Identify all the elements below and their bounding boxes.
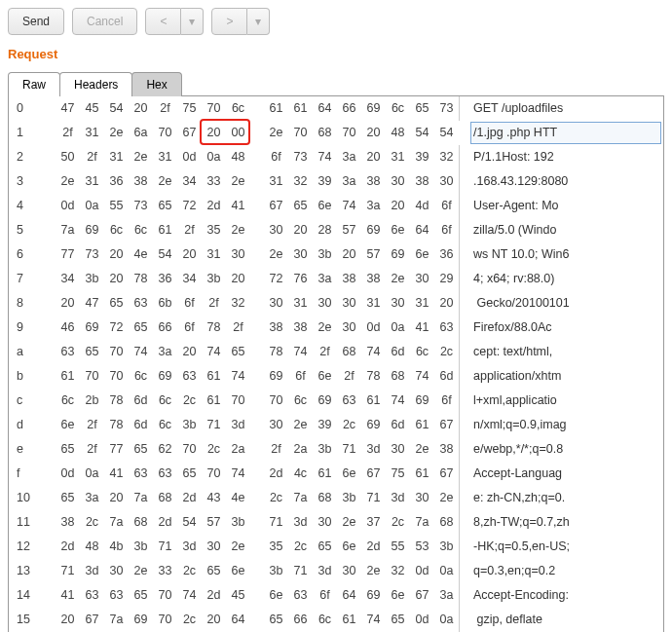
hex-byte[interactable]: 39 xyxy=(410,145,434,169)
hex-byte[interactable]: 36 xyxy=(104,169,129,194)
hex-byte[interactable]: 78 xyxy=(202,316,226,340)
hex-byte[interactable]: 70 xyxy=(288,121,313,145)
hex-byte[interactable]: 68 xyxy=(434,510,459,535)
hex-byte[interactable]: 72 xyxy=(177,194,202,218)
hex-byte[interactable]: 63 xyxy=(177,364,202,389)
hex-byte[interactable]: 30 xyxy=(410,267,434,291)
hex-byte[interactable]: 61 xyxy=(410,413,434,437)
hex-row[interactable]: 122d484b3b713d302e352c656e2d55533b-HK;q=… xyxy=(9,535,663,559)
hex-byte[interactable]: 30 xyxy=(264,291,288,316)
hex-byte[interactable]: 2f xyxy=(202,291,226,316)
hex-byte[interactable]: 38 xyxy=(288,316,313,340)
hex-row[interactable]: 11382c7a682d54573b713d302e372c7a688,zh-T… xyxy=(9,510,663,535)
hex-byte[interactable]: 38 xyxy=(434,437,459,462)
hex-row[interactable]: 946697265666f782f38382e300d0a4163Firefox… xyxy=(9,316,663,340)
hex-byte[interactable]: 78 xyxy=(264,340,288,364)
hex-byte[interactable]: 61 xyxy=(410,462,434,486)
hex-byte[interactable]: 6d xyxy=(129,413,153,437)
hex-byte[interactable]: 2d xyxy=(153,510,177,535)
hex-byte[interactable]: 35 xyxy=(264,535,288,559)
hex-byte[interactable]: 3a xyxy=(337,169,361,194)
ascii-cell[interactable]: Firefox/88.0Ac xyxy=(459,316,663,340)
hex-byte[interactable]: 30 xyxy=(226,242,250,267)
hex-byte[interactable]: 2e xyxy=(288,413,313,437)
hex-byte[interactable]: 67 xyxy=(177,121,202,145)
hex-byte[interactable]: 7a xyxy=(104,608,129,632)
hex-byte[interactable]: 20 xyxy=(202,121,226,145)
hex-byte[interactable]: 33 xyxy=(202,169,226,194)
forward-dropdown[interactable]: ▾ xyxy=(247,8,270,35)
hex-row[interactable]: 13713d302e332c656e3b713d302e320d0aq=0.3,… xyxy=(9,559,663,583)
hex-byte[interactable]: 2e xyxy=(313,316,337,340)
hex-byte[interactable]: 2e xyxy=(104,121,129,145)
hex-byte[interactable]: 63 xyxy=(129,462,153,486)
hex-row[interactable]: 40d0a557365722d4167656e743a204d6fUser-Ag… xyxy=(9,194,663,218)
hex-byte[interactable]: 38 xyxy=(361,267,386,291)
hex-byte[interactable]: 20 xyxy=(337,242,361,267)
hex-byte[interactable]: 20 xyxy=(104,267,129,291)
hex-byte[interactable]: 20 xyxy=(56,291,80,316)
hex-byte[interactable]: 71 xyxy=(56,559,80,583)
hex-byte[interactable]: 6e xyxy=(386,583,410,608)
hex-byte[interactable]: 6e xyxy=(313,364,337,389)
ascii-cell[interactable]: application/xhtm xyxy=(459,364,663,389)
hex-byte[interactable]: 6c xyxy=(386,96,410,121)
hex-byte[interactable]: 3b xyxy=(313,437,337,462)
hex-byte[interactable]: 31 xyxy=(202,242,226,267)
hex-byte[interactable]: 74 xyxy=(177,583,202,608)
hex-byte[interactable]: 20 xyxy=(361,121,386,145)
hex-byte[interactable]: 7a xyxy=(104,510,129,535)
hex-row[interactable]: f0d0a4163636570742d4c616e67756167Accept-… xyxy=(9,462,663,486)
hex-byte[interactable]: 2f xyxy=(80,413,104,437)
hex-byte[interactable]: 31 xyxy=(386,145,410,169)
hex-byte[interactable]: 55 xyxy=(386,535,410,559)
hex-byte[interactable]: 74 xyxy=(386,389,410,413)
hex-byte[interactable]: 20 xyxy=(129,96,153,121)
hex-byte[interactable]: 78 xyxy=(361,364,386,389)
hex-byte[interactable]: 0a xyxy=(202,145,226,169)
hex-byte[interactable]: 6e xyxy=(56,413,80,437)
hex-byte[interactable]: 69 xyxy=(313,389,337,413)
hex-byte[interactable]: 2d xyxy=(202,583,226,608)
hex-byte[interactable]: 70 xyxy=(226,389,250,413)
hex-byte[interactable]: 2c xyxy=(434,340,459,364)
hex-byte[interactable]: 6f xyxy=(434,389,459,413)
hex-byte[interactable]: 41 xyxy=(226,194,250,218)
tab-hex[interactable]: Hex xyxy=(131,72,181,96)
hex-byte[interactable]: 45 xyxy=(80,96,104,121)
hex-byte[interactable]: 39 xyxy=(313,169,337,194)
hex-byte[interactable]: 2a xyxy=(288,437,313,462)
hex-byte[interactable]: 6c xyxy=(410,340,434,364)
hex-table[interactable]: 0474554202f75706c61616466696c6573GET /up… xyxy=(8,96,664,632)
hex-byte[interactable]: 61 xyxy=(264,96,288,121)
hex-byte[interactable]: 65 xyxy=(80,340,104,364)
hex-byte[interactable]: 61 xyxy=(202,389,226,413)
hex-byte[interactable]: 63 xyxy=(153,462,177,486)
hex-byte[interactable]: 32 xyxy=(226,291,250,316)
hex-byte[interactable]: 3b xyxy=(337,486,361,510)
hex-row[interactable]: 144163636570742d456e636f64696e673aAccept… xyxy=(9,583,663,608)
hex-byte[interactable]: 30 xyxy=(288,242,313,267)
hex-byte[interactable]: 63 xyxy=(434,316,459,340)
hex-byte[interactable]: 61 xyxy=(56,364,80,389)
hex-byte[interactable]: 2c xyxy=(386,510,410,535)
hex-byte[interactable]: 6d xyxy=(386,413,410,437)
hex-byte[interactable]: 61 xyxy=(361,389,386,413)
hex-byte[interactable]: 30 xyxy=(202,535,226,559)
hex-byte[interactable]: 38 xyxy=(361,169,386,194)
hex-byte[interactable]: 2c xyxy=(288,535,313,559)
hex-byte[interactable]: 65 xyxy=(56,486,80,510)
hex-byte[interactable]: 78 xyxy=(104,413,129,437)
hex-byte[interactable]: 38 xyxy=(264,316,288,340)
hex-byte[interactable]: 69 xyxy=(361,583,386,608)
hex-byte[interactable]: 3a xyxy=(80,486,104,510)
hex-byte[interactable]: 2e xyxy=(226,218,250,242)
hex-byte[interactable]: 20 xyxy=(177,242,202,267)
hex-row[interactable]: e652f776562702c2a2f2a3b713d302e38e/webp,… xyxy=(9,437,663,462)
hex-byte[interactable]: 0d xyxy=(56,194,80,218)
hex-byte[interactable]: 69 xyxy=(361,218,386,242)
hex-byte[interactable]: 76 xyxy=(288,267,313,291)
hex-byte[interactable]: 41 xyxy=(410,316,434,340)
hex-byte[interactable]: 69 xyxy=(361,413,386,437)
hex-byte[interactable]: 32 xyxy=(288,169,313,194)
